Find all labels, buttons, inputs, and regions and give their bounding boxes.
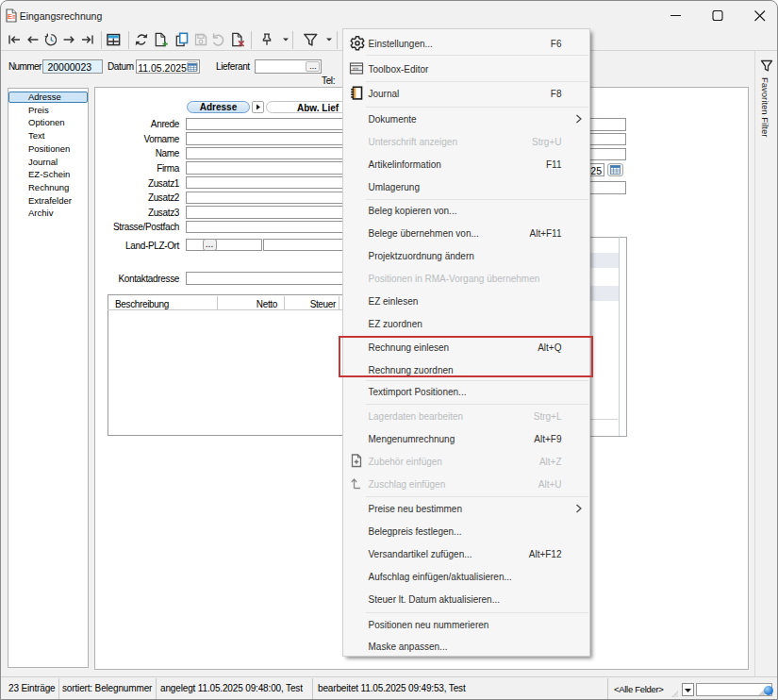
svg-text:E: E	[8, 12, 12, 21]
svg-text:«»: «»	[353, 65, 358, 71]
